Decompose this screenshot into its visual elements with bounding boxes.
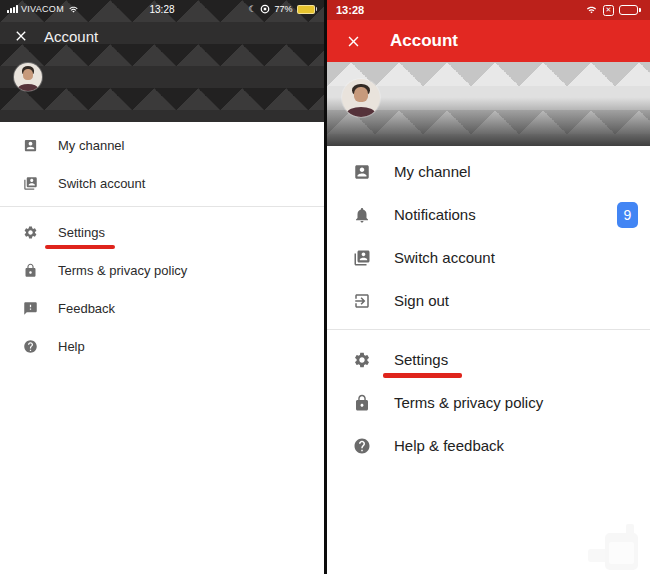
avatar[interactable] xyxy=(342,79,380,117)
page-title: Account xyxy=(44,28,98,45)
help-icon xyxy=(23,339,38,354)
battery-icon xyxy=(297,5,318,14)
left-account-menu: My channel Switch account Settings xyxy=(0,122,324,365)
status-time: 13:28 xyxy=(336,4,364,16)
settings-underline-annotation xyxy=(383,373,462,378)
switch-account-icon xyxy=(353,249,371,267)
left-account-header: VIVACOM 13:28 ☾ 77% Account xyxy=(0,0,324,122)
switch-account-icon xyxy=(23,176,38,191)
menu-item-my-channel[interactable]: My channel xyxy=(0,126,324,164)
no-sim-icon: ✕ xyxy=(603,5,614,16)
menu-item-label: Settings xyxy=(394,351,448,368)
gear-icon xyxy=(23,225,38,240)
battery-icon xyxy=(619,5,641,15)
menu-item-help[interactable]: Help xyxy=(0,327,324,365)
right-phone-screen: 13:28 ✕ Account xyxy=(327,0,650,574)
rotation-lock-icon xyxy=(260,4,270,14)
battery-percent-label: 77% xyxy=(274,4,292,14)
left-phone-screen: VIVACOM 13:28 ☾ 77% Account xyxy=(0,0,324,574)
menu-item-label: My channel xyxy=(394,163,471,180)
right-account-header: Account xyxy=(327,20,650,62)
right-status-bar: 13:28 ✕ xyxy=(327,0,650,20)
menu-item-terms-privacy[interactable]: Terms & privacy policy xyxy=(0,251,324,289)
channel-banner xyxy=(327,62,650,146)
menu-item-sign-out[interactable]: Sign out xyxy=(327,279,650,322)
menu-item-label: Notifications xyxy=(394,206,476,223)
sign-out-icon xyxy=(353,292,371,310)
menu-item-settings[interactable]: Settings xyxy=(0,213,324,251)
menu-item-label: Switch account xyxy=(394,249,495,266)
avatar[interactable] xyxy=(14,63,42,91)
wifi-icon xyxy=(585,5,598,15)
menu-item-terms-privacy[interactable]: Terms & privacy policy xyxy=(327,381,650,424)
comparison-screenshot: VIVACOM 13:28 ☾ 77% Account xyxy=(0,0,650,574)
menu-item-help-feedback[interactable]: Help & feedback xyxy=(327,424,650,467)
menu-divider xyxy=(0,206,324,207)
help-icon xyxy=(353,437,371,455)
menu-item-switch-account[interactable]: Switch account xyxy=(327,236,650,279)
menu-item-label: Terms & privacy policy xyxy=(394,394,543,411)
bell-icon xyxy=(353,206,371,224)
menu-item-feedback[interactable]: Feedback xyxy=(0,289,324,327)
do-not-disturb-moon-icon: ☾ xyxy=(248,5,256,14)
notification-count-badge: 9 xyxy=(617,202,638,228)
phone-watermark xyxy=(586,522,644,572)
menu-item-label: Help & feedback xyxy=(394,437,504,454)
feedback-icon xyxy=(23,301,38,316)
settings-underline-annotation xyxy=(45,245,115,249)
menu-item-label: My channel xyxy=(58,138,124,153)
menu-item-label: Settings xyxy=(58,225,105,240)
account-box-icon xyxy=(353,163,371,181)
page-title: Account xyxy=(390,31,458,51)
left-status-bar: VIVACOM 13:28 ☾ 77% xyxy=(0,0,324,18)
right-account-menu: My channel Notifications 9 Switch accoun… xyxy=(327,146,650,467)
menu-item-label: Switch account xyxy=(58,176,145,191)
menu-item-notifications[interactable]: Notifications 9 xyxy=(327,193,650,236)
menu-item-label: Feedback xyxy=(58,301,115,316)
account-box-icon xyxy=(23,138,38,153)
menu-item-label: Terms & privacy policy xyxy=(58,263,187,278)
gear-icon xyxy=(353,351,371,369)
menu-item-my-channel[interactable]: My channel xyxy=(327,150,650,193)
lock-icon xyxy=(353,394,371,412)
menu-item-label: Help xyxy=(58,339,85,354)
close-icon[interactable] xyxy=(13,28,29,44)
close-icon[interactable] xyxy=(345,33,362,50)
menu-item-switch-account[interactable]: Switch account xyxy=(0,164,324,202)
menu-item-label: Sign out xyxy=(394,292,449,309)
lock-icon xyxy=(23,263,38,278)
menu-divider xyxy=(327,329,650,330)
menu-item-settings[interactable]: Settings xyxy=(327,338,650,381)
